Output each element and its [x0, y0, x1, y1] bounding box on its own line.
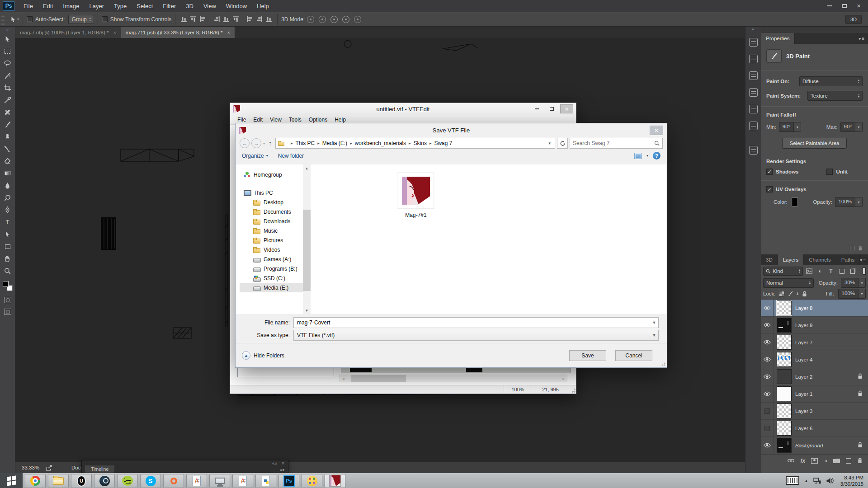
3d-rotate-icon[interactable]	[307, 16, 314, 23]
taskbar-app-button[interactable]	[48, 474, 69, 488]
distribute-icon[interactable]	[246, 16, 253, 23]
taskbar-app-button[interactable]: U	[71, 474, 92, 488]
min-angle-field[interactable]: 90° ▼	[779, 122, 801, 132]
layer-thumbnail[interactable]	[777, 318, 792, 333]
menu-item[interactable]: View	[198, 0, 221, 12]
filter-kind-dropdown[interactable]: Kind ▴▾	[763, 267, 803, 276]
foreground-color[interactable]	[3, 281, 9, 287]
align-middle-icon[interactable]	[190, 16, 197, 23]
search-input[interactable]	[573, 140, 654, 146]
minimize-icon[interactable]	[530, 104, 543, 113]
menu-item[interactable]: Window	[221, 0, 252, 12]
network-icon[interactable]	[813, 478, 821, 484]
panel-menu-icon[interactable]: ▾≡	[859, 33, 868, 44]
layer-row[interactable]: Layer 2	[761, 368, 868, 385]
menu-item[interactable]: File	[19, 0, 38, 12]
layer-thumbnail[interactable]	[777, 386, 792, 401]
sidebar-item[interactable]: Videos	[240, 245, 303, 254]
breadcrumb-item[interactable]: This PC	[295, 140, 316, 146]
menu-item[interactable]: View	[266, 117, 285, 123]
dock-panel-icon[interactable]	[749, 88, 758, 97]
panel-menu-icon[interactable]: ≡▾	[280, 468, 284, 472]
tool-move[interactable]	[2, 33, 14, 45]
nav-scrollbar[interactable]: ▴ ▾	[303, 164, 311, 314]
align-bottom-icon[interactable]	[199, 16, 206, 23]
3d-roll-icon[interactable]	[319, 16, 326, 23]
sidebar-item[interactable]: Pictures	[240, 235, 303, 245]
layer-thumbnail[interactable]	[777, 369, 792, 384]
breadcrumb-item[interactable]: Skins	[413, 140, 428, 146]
taskbar-app-button[interactable]	[302, 474, 322, 488]
breadcrumb[interactable]: ▸ This PC ▸ Media (E:) ▸ workbench_mater…	[275, 138, 555, 149]
filter-pixel-icon[interactable]	[805, 267, 814, 275]
sidebar-item[interactable]: Music	[240, 226, 303, 235]
file-name-field[interactable]: ▼	[293, 317, 659, 328]
close-icon[interactable]: ×	[560, 104, 573, 113]
sidebar-item[interactable]: Media (E:)	[240, 283, 303, 292]
tool-eyedropper[interactable]	[2, 94, 14, 106]
start-button[interactable]	[0, 473, 23, 488]
recent-locations-icon[interactable]: ▾	[263, 141, 265, 145]
layer-style-icon[interactable]: fx	[800, 458, 805, 464]
tool-shape[interactable]	[2, 240, 14, 253]
taskbar-app-button[interactable]	[94, 474, 115, 488]
layer-visibility-toggle[interactable]	[761, 437, 774, 454]
tool-healing[interactable]	[2, 106, 14, 118]
filter-adjustment-icon[interactable]: ◐	[816, 267, 825, 275]
view-mode-icon[interactable]	[634, 153, 642, 159]
horizontal-scrollbar[interactable]: ‹ ›	[340, 375, 567, 382]
layer-visibility-toggle[interactable]	[761, 334, 774, 351]
tool-gradient[interactable]	[2, 167, 14, 179]
lock-pixels-icon[interactable]	[788, 291, 793, 296]
shadows-checkbox[interactable]: ✓	[766, 169, 773, 175]
file-list[interactable]: Mag-7#1	[311, 164, 666, 314]
document-tab[interactable]: mag-7.obj @ 100% (Layer 1, RGB/8) * ×	[15, 27, 121, 38]
align-right-icon[interactable]	[232, 16, 239, 23]
hidden-icons-arrow[interactable]: ▲	[804, 479, 808, 483]
menu-item[interactable]: Help	[252, 0, 274, 12]
cancel-button[interactable]: Cancel	[615, 350, 652, 361]
distribute-icon[interactable]	[256, 16, 263, 23]
fill-field[interactable]: 100% ▼	[838, 289, 866, 299]
taskbar-app-button[interactable]	[163, 474, 184, 488]
collapse-toolbar-icon[interactable]: »	[6, 27, 9, 33]
layers-panel-tab[interactable]: Paths	[836, 254, 860, 265]
align-top-icon[interactable]	[180, 16, 187, 23]
tool-zoom[interactable]	[2, 265, 14, 277]
close-tab-icon[interactable]: ×	[113, 30, 116, 35]
filter-smart-object-icon[interactable]	[848, 267, 857, 275]
close-tab-icon[interactable]: ×	[227, 30, 230, 35]
paint-on-dropdown[interactable]: Diffuse ▴▾	[799, 76, 863, 86]
save-button[interactable]: Save	[569, 350, 606, 361]
lock-position-icon[interactable]: +	[796, 291, 799, 296]
help-icon[interactable]: ?	[653, 152, 660, 160]
menu-item[interactable]: Image	[58, 0, 84, 12]
up-folder-icon[interactable]: ↑	[269, 140, 272, 147]
taskbar-app-button[interactable]	[255, 474, 276, 488]
tool-path-select[interactable]	[2, 228, 14, 240]
layer-thumbnail[interactable]	[777, 404, 792, 418]
menu-item[interactable]: Select	[132, 0, 158, 12]
layers-panel-tab[interactable]: Channels	[804, 254, 836, 265]
close-icon[interactable]: ×	[650, 126, 663, 135]
blend-mode-dropdown[interactable]: Normal ▴▾	[763, 278, 814, 288]
tool-quick-select[interactable]	[2, 70, 14, 82]
taskbar-app-button[interactable]	[25, 474, 46, 488]
layer-visibility-toggle[interactable]	[761, 317, 774, 333]
combo-caret-icon[interactable]: ▼	[650, 320, 658, 325]
color-swatches[interactable]	[2, 281, 13, 291]
panel-menu-icon[interactable]: ▾≡	[860, 254, 868, 265]
tool-pen[interactable]	[2, 204, 14, 216]
link-layers-icon[interactable]	[788, 458, 794, 463]
layer-row[interactable]: Layer 4	[761, 351, 868, 368]
menu-item[interactable]: Filter	[158, 0, 181, 12]
layer-row[interactable]: Layer 8	[761, 300, 868, 317]
menu-item[interactable]: 3D	[181, 0, 198, 12]
refresh-icon[interactable]	[557, 138, 568, 149]
scroll-right-icon[interactable]: ›	[559, 376, 567, 381]
add-mask-icon[interactable]	[811, 458, 818, 464]
workspace-switcher[interactable]: 3D	[845, 15, 862, 24]
layer-visibility-toggle[interactable]	[761, 351, 774, 368]
screen-mode-icon[interactable]	[4, 309, 11, 315]
tool-blur[interactable]	[2, 179, 14, 192]
